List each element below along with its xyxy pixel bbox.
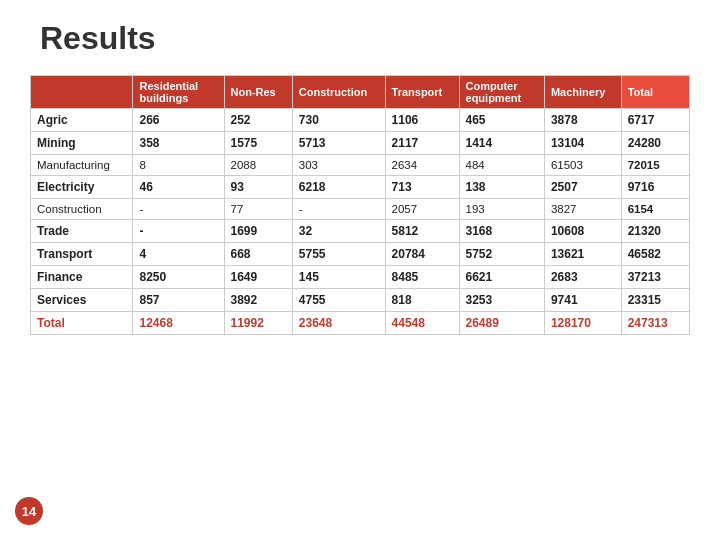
cell-construction: 730 xyxy=(292,109,385,132)
cell-non_res: 1575 xyxy=(224,132,292,155)
col-header-total: Total xyxy=(621,76,689,109)
cell-category: Trade xyxy=(31,220,133,243)
cell-total: 46582 xyxy=(621,243,689,266)
cell-category: Finance xyxy=(31,266,133,289)
cell-total: 6717 xyxy=(621,109,689,132)
col-header-category xyxy=(31,76,133,109)
cell-transport: 8485 xyxy=(385,266,459,289)
cell-transport: 44548 xyxy=(385,312,459,335)
table-row: Total12468119922364844548264891281702473… xyxy=(31,312,690,335)
col-header-computer-equip: Computer equipment xyxy=(459,76,544,109)
cell-total: 247313 xyxy=(621,312,689,335)
cell-computer_equip: 26489 xyxy=(459,312,544,335)
cell-non_res: 1649 xyxy=(224,266,292,289)
cell-total: 72015 xyxy=(621,155,689,176)
cell-construction: 5713 xyxy=(292,132,385,155)
cell-res_buildings: 4 xyxy=(133,243,224,266)
cell-category: Electricity xyxy=(31,176,133,199)
cell-machinery: 128170 xyxy=(544,312,621,335)
cell-category: Manufacturing xyxy=(31,155,133,176)
cell-transport: 818 xyxy=(385,289,459,312)
table-row: Electricity4693621871313825079716 xyxy=(31,176,690,199)
cell-res_buildings: - xyxy=(133,220,224,243)
cell-non_res: 93 xyxy=(224,176,292,199)
cell-category: Agric xyxy=(31,109,133,132)
cell-total: 24280 xyxy=(621,132,689,155)
cell-transport: 713 xyxy=(385,176,459,199)
cell-computer_equip: 138 xyxy=(459,176,544,199)
cell-non_res: 1699 xyxy=(224,220,292,243)
cell-computer_equip: 6621 xyxy=(459,266,544,289)
cell-non_res: 11992 xyxy=(224,312,292,335)
cell-machinery: 13104 xyxy=(544,132,621,155)
cell-res_buildings: - xyxy=(133,199,224,220)
page: Results Residential buildings Non-Res Co… xyxy=(0,0,720,540)
cell-machinery: 3827 xyxy=(544,199,621,220)
cell-construction: 303 xyxy=(292,155,385,176)
cell-total: 23315 xyxy=(621,289,689,312)
cell-res_buildings: 12468 xyxy=(133,312,224,335)
col-header-transport: Transport xyxy=(385,76,459,109)
cell-non_res: 252 xyxy=(224,109,292,132)
cell-category: Total xyxy=(31,312,133,335)
cell-res_buildings: 358 xyxy=(133,132,224,155)
cell-transport: 20784 xyxy=(385,243,459,266)
table-row: Trade-169932581231681060821320 xyxy=(31,220,690,243)
cell-non_res: 2088 xyxy=(224,155,292,176)
cell-machinery: 61503 xyxy=(544,155,621,176)
table-row: Manufacturing8208830326344846150372015 xyxy=(31,155,690,176)
cell-computer_equip: 3253 xyxy=(459,289,544,312)
cell-computer_equip: 1414 xyxy=(459,132,544,155)
cell-transport: 1106 xyxy=(385,109,459,132)
cell-machinery: 9741 xyxy=(544,289,621,312)
cell-total: 6154 xyxy=(621,199,689,220)
cell-construction: 6218 xyxy=(292,176,385,199)
table-row: Mining35815755713211714141310424280 xyxy=(31,132,690,155)
cell-machinery: 2683 xyxy=(544,266,621,289)
cell-category: Mining xyxy=(31,132,133,155)
table-row: Construction-77-205719338276154 xyxy=(31,199,690,220)
cell-res_buildings: 266 xyxy=(133,109,224,132)
page-number: 14 xyxy=(15,497,43,525)
cell-transport: 2057 xyxy=(385,199,459,220)
cell-non_res: 668 xyxy=(224,243,292,266)
col-header-machinery: Machinery xyxy=(544,76,621,109)
cell-total: 9716 xyxy=(621,176,689,199)
cell-non_res: 77 xyxy=(224,199,292,220)
cell-machinery: 10608 xyxy=(544,220,621,243)
cell-total: 21320 xyxy=(621,220,689,243)
cell-category: Construction xyxy=(31,199,133,220)
table-header-row: Residential buildings Non-Res Constructi… xyxy=(31,76,690,109)
table-row: Services857389247558183253974123315 xyxy=(31,289,690,312)
cell-category: Services xyxy=(31,289,133,312)
cell-construction: 23648 xyxy=(292,312,385,335)
page-title: Results xyxy=(40,20,690,57)
cell-construction: 4755 xyxy=(292,289,385,312)
cell-res_buildings: 8250 xyxy=(133,266,224,289)
col-header-res-buildings: Residential buildings xyxy=(133,76,224,109)
cell-category: Transport xyxy=(31,243,133,266)
cell-construction: 5755 xyxy=(292,243,385,266)
cell-res_buildings: 857 xyxy=(133,289,224,312)
cell-non_res: 3892 xyxy=(224,289,292,312)
cell-computer_equip: 3168 xyxy=(459,220,544,243)
cell-construction: 145 xyxy=(292,266,385,289)
col-header-non-res: Non-Res xyxy=(224,76,292,109)
table-row: Agric266252730110646538786717 xyxy=(31,109,690,132)
cell-computer_equip: 465 xyxy=(459,109,544,132)
cell-total: 37213 xyxy=(621,266,689,289)
cell-computer_equip: 484 xyxy=(459,155,544,176)
table-row: Transport466857552078457521362146582 xyxy=(31,243,690,266)
cell-machinery: 3878 xyxy=(544,109,621,132)
cell-res_buildings: 8 xyxy=(133,155,224,176)
cell-res_buildings: 46 xyxy=(133,176,224,199)
cell-transport: 2117 xyxy=(385,132,459,155)
cell-construction: 32 xyxy=(292,220,385,243)
cell-transport: 2634 xyxy=(385,155,459,176)
cell-machinery: 2507 xyxy=(544,176,621,199)
cell-construction: - xyxy=(292,199,385,220)
cell-computer_equip: 5752 xyxy=(459,243,544,266)
results-table: Residential buildings Non-Res Constructi… xyxy=(30,75,690,335)
cell-transport: 5812 xyxy=(385,220,459,243)
cell-machinery: 13621 xyxy=(544,243,621,266)
